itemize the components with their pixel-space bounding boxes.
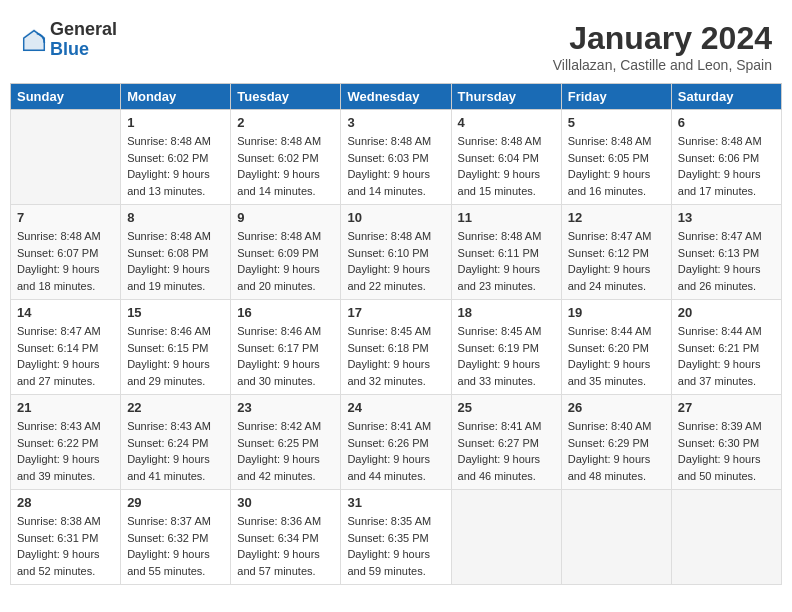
calendar-cell bbox=[561, 490, 671, 585]
sunset-text: Sunset: 6:30 PM bbox=[678, 437, 759, 449]
sunset-text: Sunset: 6:07 PM bbox=[17, 247, 98, 259]
sunrise-text: Sunrise: 8:41 AM bbox=[458, 420, 542, 432]
sunrise-text: Sunrise: 8:48 AM bbox=[347, 135, 431, 147]
sunset-text: Sunset: 6:13 PM bbox=[678, 247, 759, 259]
sunrise-text: Sunrise: 8:41 AM bbox=[347, 420, 431, 432]
day-info: Sunrise: 8:39 AM Sunset: 6:30 PM Dayligh… bbox=[678, 418, 775, 484]
day-info: Sunrise: 8:41 AM Sunset: 6:26 PM Dayligh… bbox=[347, 418, 444, 484]
daylight-text: Daylight: 9 hours and 52 minutes. bbox=[17, 548, 100, 577]
sunset-text: Sunset: 6:32 PM bbox=[127, 532, 208, 544]
weekday-header-cell: Monday bbox=[121, 84, 231, 110]
calendar-cell: 24 Sunrise: 8:41 AM Sunset: 6:26 PM Dayl… bbox=[341, 395, 451, 490]
day-info: Sunrise: 8:35 AM Sunset: 6:35 PM Dayligh… bbox=[347, 513, 444, 579]
daylight-text: Daylight: 9 hours and 19 minutes. bbox=[127, 263, 210, 292]
day-info: Sunrise: 8:48 AM Sunset: 6:05 PM Dayligh… bbox=[568, 133, 665, 199]
sunset-text: Sunset: 6:05 PM bbox=[568, 152, 649, 164]
calendar-cell: 13 Sunrise: 8:47 AM Sunset: 6:13 PM Dayl… bbox=[671, 205, 781, 300]
day-number: 22 bbox=[127, 400, 224, 415]
sunset-text: Sunset: 6:17 PM bbox=[237, 342, 318, 354]
calendar-cell: 14 Sunrise: 8:47 AM Sunset: 6:14 PM Dayl… bbox=[11, 300, 121, 395]
calendar-week-row: 14 Sunrise: 8:47 AM Sunset: 6:14 PM Dayl… bbox=[11, 300, 782, 395]
day-info: Sunrise: 8:45 AM Sunset: 6:18 PM Dayligh… bbox=[347, 323, 444, 389]
sunrise-text: Sunrise: 8:38 AM bbox=[17, 515, 101, 527]
day-info: Sunrise: 8:44 AM Sunset: 6:20 PM Dayligh… bbox=[568, 323, 665, 389]
day-number: 5 bbox=[568, 115, 665, 130]
calendar-cell: 23 Sunrise: 8:42 AM Sunset: 6:25 PM Dayl… bbox=[231, 395, 341, 490]
calendar-body: 1 Sunrise: 8:48 AM Sunset: 6:02 PM Dayli… bbox=[11, 110, 782, 585]
weekday-header: SundayMondayTuesdayWednesdayThursdayFrid… bbox=[11, 84, 782, 110]
calendar-week-row: 1 Sunrise: 8:48 AM Sunset: 6:02 PM Dayli… bbox=[11, 110, 782, 205]
sunrise-text: Sunrise: 8:45 AM bbox=[458, 325, 542, 337]
calendar-cell: 4 Sunrise: 8:48 AM Sunset: 6:04 PM Dayli… bbox=[451, 110, 561, 205]
sunset-text: Sunset: 6:09 PM bbox=[237, 247, 318, 259]
daylight-text: Daylight: 9 hours and 50 minutes. bbox=[678, 453, 761, 482]
sunset-text: Sunset: 6:10 PM bbox=[347, 247, 428, 259]
sunrise-text: Sunrise: 8:46 AM bbox=[237, 325, 321, 337]
day-info: Sunrise: 8:46 AM Sunset: 6:15 PM Dayligh… bbox=[127, 323, 224, 389]
day-info: Sunrise: 8:48 AM Sunset: 6:02 PM Dayligh… bbox=[237, 133, 334, 199]
daylight-text: Daylight: 9 hours and 42 minutes. bbox=[237, 453, 320, 482]
day-info: Sunrise: 8:38 AM Sunset: 6:31 PM Dayligh… bbox=[17, 513, 114, 579]
sunrise-text: Sunrise: 8:43 AM bbox=[17, 420, 101, 432]
day-info: Sunrise: 8:48 AM Sunset: 6:09 PM Dayligh… bbox=[237, 228, 334, 294]
sunrise-text: Sunrise: 8:42 AM bbox=[237, 420, 321, 432]
daylight-text: Daylight: 9 hours and 46 minutes. bbox=[458, 453, 541, 482]
day-number: 12 bbox=[568, 210, 665, 225]
daylight-text: Daylight: 9 hours and 35 minutes. bbox=[568, 358, 651, 387]
day-info: Sunrise: 8:46 AM Sunset: 6:17 PM Dayligh… bbox=[237, 323, 334, 389]
day-number: 28 bbox=[17, 495, 114, 510]
day-number: 2 bbox=[237, 115, 334, 130]
day-info: Sunrise: 8:47 AM Sunset: 6:13 PM Dayligh… bbox=[678, 228, 775, 294]
sunset-text: Sunset: 6:27 PM bbox=[458, 437, 539, 449]
day-info: Sunrise: 8:41 AM Sunset: 6:27 PM Dayligh… bbox=[458, 418, 555, 484]
daylight-text: Daylight: 9 hours and 30 minutes. bbox=[237, 358, 320, 387]
day-number: 27 bbox=[678, 400, 775, 415]
sunrise-text: Sunrise: 8:36 AM bbox=[237, 515, 321, 527]
day-info: Sunrise: 8:36 AM Sunset: 6:34 PM Dayligh… bbox=[237, 513, 334, 579]
daylight-text: Daylight: 9 hours and 44 minutes. bbox=[347, 453, 430, 482]
day-info: Sunrise: 8:48 AM Sunset: 6:06 PM Dayligh… bbox=[678, 133, 775, 199]
daylight-text: Daylight: 9 hours and 29 minutes. bbox=[127, 358, 210, 387]
day-number: 30 bbox=[237, 495, 334, 510]
day-number: 20 bbox=[678, 305, 775, 320]
sunset-text: Sunset: 6:18 PM bbox=[347, 342, 428, 354]
day-number: 24 bbox=[347, 400, 444, 415]
sunrise-text: Sunrise: 8:44 AM bbox=[678, 325, 762, 337]
calendar-cell: 26 Sunrise: 8:40 AM Sunset: 6:29 PM Dayl… bbox=[561, 395, 671, 490]
sunrise-text: Sunrise: 8:48 AM bbox=[678, 135, 762, 147]
sunrise-text: Sunrise: 8:48 AM bbox=[458, 230, 542, 242]
weekday-header-cell: Sunday bbox=[11, 84, 121, 110]
day-number: 25 bbox=[458, 400, 555, 415]
daylight-text: Daylight: 9 hours and 32 minutes. bbox=[347, 358, 430, 387]
logo-text: General Blue bbox=[50, 20, 117, 60]
calendar-cell: 3 Sunrise: 8:48 AM Sunset: 6:03 PM Dayli… bbox=[341, 110, 451, 205]
sunset-text: Sunset: 6:15 PM bbox=[127, 342, 208, 354]
header: General Blue January 2024 Villalazan, Ca… bbox=[10, 10, 782, 78]
sunrise-text: Sunrise: 8:47 AM bbox=[17, 325, 101, 337]
day-number: 9 bbox=[237, 210, 334, 225]
calendar-cell bbox=[11, 110, 121, 205]
day-info: Sunrise: 8:44 AM Sunset: 6:21 PM Dayligh… bbox=[678, 323, 775, 389]
calendar-cell: 18 Sunrise: 8:45 AM Sunset: 6:19 PM Dayl… bbox=[451, 300, 561, 395]
calendar-cell: 1 Sunrise: 8:48 AM Sunset: 6:02 PM Dayli… bbox=[121, 110, 231, 205]
daylight-text: Daylight: 9 hours and 37 minutes. bbox=[678, 358, 761, 387]
sunset-text: Sunset: 6:35 PM bbox=[347, 532, 428, 544]
sunrise-text: Sunrise: 8:48 AM bbox=[237, 230, 321, 242]
day-number: 10 bbox=[347, 210, 444, 225]
calendar-table: SundayMondayTuesdayWednesdayThursdayFrid… bbox=[10, 83, 782, 585]
calendar-cell: 20 Sunrise: 8:44 AM Sunset: 6:21 PM Dayl… bbox=[671, 300, 781, 395]
daylight-text: Daylight: 9 hours and 26 minutes. bbox=[678, 263, 761, 292]
sunset-text: Sunset: 6:29 PM bbox=[568, 437, 649, 449]
calendar-cell: 17 Sunrise: 8:45 AM Sunset: 6:18 PM Dayl… bbox=[341, 300, 451, 395]
calendar-cell: 25 Sunrise: 8:41 AM Sunset: 6:27 PM Dayl… bbox=[451, 395, 561, 490]
day-number: 15 bbox=[127, 305, 224, 320]
calendar-cell: 31 Sunrise: 8:35 AM Sunset: 6:35 PM Dayl… bbox=[341, 490, 451, 585]
logo-blue: Blue bbox=[50, 39, 89, 59]
day-number: 23 bbox=[237, 400, 334, 415]
sunrise-text: Sunrise: 8:35 AM bbox=[347, 515, 431, 527]
logo-icon bbox=[20, 26, 48, 54]
location-title: Villalazan, Castille and Leon, Spain bbox=[553, 57, 772, 73]
weekday-header-cell: Thursday bbox=[451, 84, 561, 110]
day-number: 29 bbox=[127, 495, 224, 510]
daylight-text: Daylight: 9 hours and 57 minutes. bbox=[237, 548, 320, 577]
